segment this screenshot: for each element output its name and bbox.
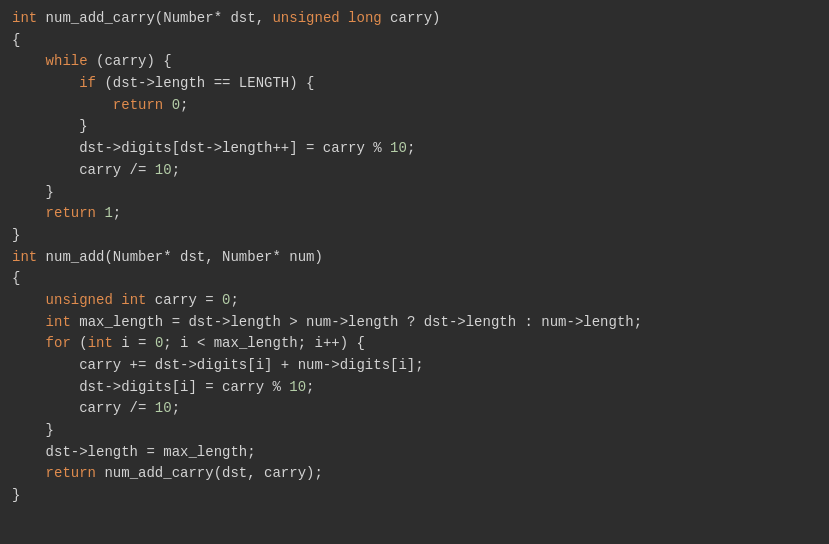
line-8: carry /= 10; <box>12 160 817 182</box>
line-23: return num_add_carry(dst, carry); <box>12 463 817 485</box>
line-13: int num_add(Number* dst, Number* num) <box>12 247 817 269</box>
line-19: dst->digits[i] = carry % 10; <box>12 377 817 399</box>
line-11: } <box>12 225 817 247</box>
line-4: if (dst->length == LENGTH) { <box>12 73 817 95</box>
line-21: } <box>12 420 817 442</box>
line-20: carry /= 10; <box>12 398 817 420</box>
line-16: int max_length = dst->length > num->leng… <box>12 312 817 334</box>
line-5: return 0; <box>12 95 817 117</box>
code-editor: int num_add_carry(Number* dst, unsigned … <box>0 0 829 544</box>
line-17: for (int i = 0; i < max_length; i++) { <box>12 333 817 355</box>
line-15: unsigned int carry = 0; <box>12 290 817 312</box>
line-22: dst->length = max_length; <box>12 442 817 464</box>
line-10: return 1; <box>12 203 817 225</box>
line-3: while (carry) { <box>12 51 817 73</box>
line-7: dst->digits[dst->length++] = carry % 10; <box>12 138 817 160</box>
line-14: { <box>12 268 817 290</box>
line-9: } <box>12 182 817 204</box>
line-18: carry += dst->digits[i] + num->digits[i]… <box>12 355 817 377</box>
line-24: } <box>12 485 817 507</box>
line-2: { <box>12 30 817 52</box>
line-1: int num_add_carry(Number* dst, unsigned … <box>12 8 817 30</box>
line-6: } <box>12 116 817 138</box>
